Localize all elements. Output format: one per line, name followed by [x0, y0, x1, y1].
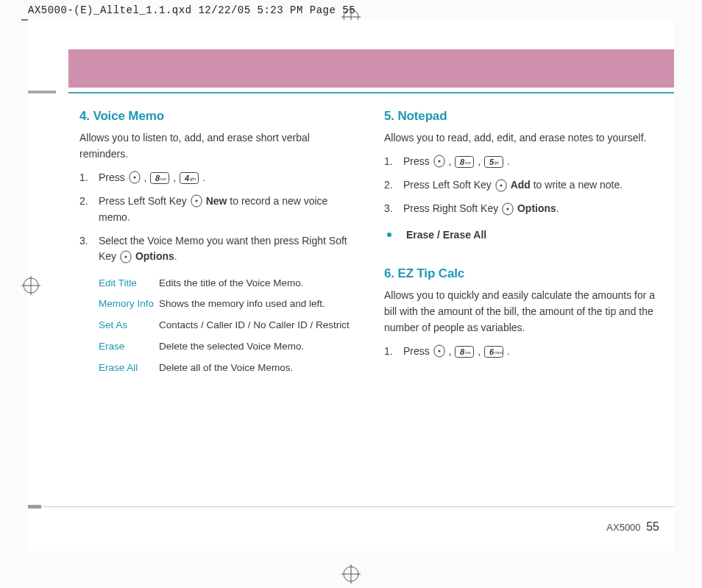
step-number: 1.	[79, 170, 99, 186]
option-term: Edit Title	[99, 276, 159, 291]
list-item: 3. Press Right Soft Key Options.	[384, 201, 659, 217]
svg-point-18	[195, 200, 197, 202]
svg-text:8: 8	[460, 157, 465, 166]
bullet-item: Erase / Erase All	[384, 227, 659, 244]
option-desc: Delete all of the Voice Memos.	[159, 361, 355, 376]
svg-point-20	[125, 255, 127, 258]
step-body: Press , 8tuv , 4ghi .	[99, 170, 355, 186]
list-item: 1. Press , 8tuv , 4ghi .	[79, 170, 355, 186]
registration-mark-left-icon	[21, 276, 40, 295]
svg-text:8: 8	[155, 174, 160, 183]
bleed-mark-bottom-icon	[28, 505, 41, 509]
list-item: 1. Press , 8tuv , 6mno .	[384, 344, 659, 360]
step-body: Press , 8tuv , 6mno .	[403, 344, 659, 360]
svg-point-32	[507, 208, 509, 210]
svg-text:tuv: tuv	[465, 350, 471, 355]
step-body: Press , 8tuv , 5jkl .	[403, 154, 659, 170]
option-desc: Edits the title of the Voice Memo.	[159, 276, 355, 291]
steps-list: 1. Press , 8tuv , 5jkl . 2. Press Left S…	[384, 154, 659, 217]
step-body: Press Left Soft Key New to record a new …	[99, 194, 355, 226]
column-right: 5. Notepad Allows you to read, add, edit…	[384, 107, 659, 492]
header-rule	[68, 92, 674, 93]
step-body: Press Right Soft Key Options.	[403, 201, 659, 217]
bullet-dot-icon	[387, 233, 391, 237]
steps-list: 1. Press , 8tuv , 4ghi . 2. Press Left S…	[79, 170, 355, 266]
svg-point-30	[500, 184, 502, 186]
section-heading-ez-tip: 6. EZ Tip Calc	[384, 264, 659, 283]
svg-text:4: 4	[184, 174, 189, 183]
option-desc: Contacts / Caller ID / No Caller ID / Re…	[159, 318, 355, 333]
key-6-icon: 6mno	[484, 344, 503, 360]
option-desc: Delete the selected Voice Memo.	[159, 339, 355, 355]
content-area: 4. Voice Memo Allows you to listen to, a…	[79, 107, 659, 492]
section-heading-notepad: 5. Notepad	[384, 107, 659, 126]
page-area: 4. Voice Memo Allows you to listen to, a…	[28, 20, 674, 551]
column-left: 4. Voice Memo Allows you to listen to, a…	[79, 107, 355, 492]
option-term: Erase All	[99, 361, 159, 376]
svg-point-22	[438, 160, 440, 163]
footer-model: AX5000	[606, 522, 640, 533]
key-5-icon: 5jkl	[484, 154, 503, 170]
bullet-text: Erase / Erase All	[406, 227, 486, 244]
svg-text:6: 6	[489, 347, 494, 356]
svg-text:8: 8	[460, 347, 465, 356]
key-4-icon: 4ghi	[180, 170, 199, 186]
step-number: 1.	[384, 344, 403, 360]
option-term: Erase	[99, 339, 159, 355]
list-item: 3. Select the Voice Memo you want then p…	[79, 233, 355, 266]
key-8-icon: 8tuv	[455, 344, 474, 360]
svg-text:ghi: ghi	[190, 177, 196, 181]
list-item: 1. Press , 8tuv , 5jkl .	[384, 154, 659, 170]
step-number: 2.	[79, 194, 99, 226]
options-table: Edit TitleEdits the title of the Voice M…	[99, 276, 355, 377]
section-intro: Allows you to read, add, edit, and erase…	[384, 130, 659, 146]
step-number: 2.	[384, 177, 403, 194]
soft-key-icon	[129, 170, 141, 186]
svg-text:mno: mno	[494, 350, 503, 355]
steps-list: 1. Press , 8tuv , 6mno .	[384, 344, 659, 360]
soft-key-icon	[191, 194, 202, 210]
footer-page-number: 55	[646, 520, 659, 533]
soft-key-icon	[120, 249, 132, 266]
key-8-icon: 8tuv	[455, 154, 474, 170]
page-footer: AX5000 55	[606, 520, 659, 534]
section-heading-voice-memo: 4. Voice Memo	[79, 107, 355, 126]
option-term: Set As	[99, 318, 159, 333]
step-body: Select the Voice Memo you want then pres…	[99, 233, 355, 266]
key-8-icon: 8tuv	[150, 170, 169, 186]
svg-point-10	[133, 177, 135, 179]
svg-text:tuv: tuv	[465, 160, 471, 165]
option-term: Memory Info	[99, 297, 159, 312]
svg-point-34	[438, 350, 440, 353]
step-number: 3.	[79, 233, 99, 266]
list-item: 2. Press Left Soft Key New to record a n…	[79, 194, 355, 226]
step-number: 1.	[384, 154, 403, 170]
registration-mark-bottom-icon	[341, 564, 361, 584]
option-desc: Shows the memory info used and left.	[159, 297, 355, 312]
footer-rule	[28, 506, 674, 507]
option-row: EraseDelete the selected Voice Memo.	[99, 339, 355, 355]
option-row: Set AsContacts / Caller ID / No Caller I…	[99, 318, 355, 333]
step-body: Press Left Soft Key Add to write a new n…	[403, 177, 659, 194]
list-item: 2. Press Left Soft Key Add to write a ne…	[384, 177, 659, 194]
crop-mark-icon	[21, 19, 28, 21]
header-band	[68, 49, 674, 88]
step-number: 3.	[384, 201, 403, 217]
bleed-mark-left-icon	[28, 91, 56, 93]
soft-key-icon	[502, 202, 514, 218]
soft-key-icon	[433, 154, 445, 170]
svg-text:5: 5	[489, 157, 494, 166]
section-intro: Allows you to quickly and easily calcula…	[384, 288, 659, 336]
soft-key-icon	[495, 178, 507, 194]
section-intro: Allows you to listen to, add, and erase …	[79, 130, 355, 162]
option-row: Memory InfoShows the memory info used an…	[99, 297, 355, 312]
svg-text:tuv: tuv	[160, 177, 166, 181]
soft-key-icon	[433, 344, 445, 360]
svg-text:jkl: jkl	[494, 160, 499, 165]
option-row: Edit TitleEdits the title of the Voice M…	[99, 276, 355, 291]
option-row: Erase AllDelete all of the Voice Memos.	[99, 361, 355, 376]
